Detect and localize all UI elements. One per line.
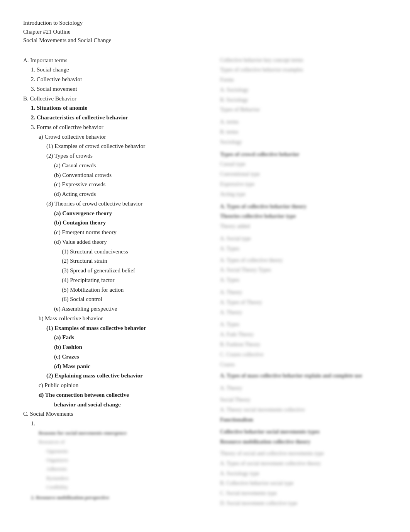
section-B3b1a: (a) Fads: [54, 333, 212, 342]
section-B3a3: (3) Theories of crowd collective behavio…: [46, 199, 212, 209]
right-annotation: A. Social type: [220, 234, 387, 243]
right-annotation: A. Theory: [220, 288, 387, 297]
right-annotation: Theories collective behavior type: [220, 212, 387, 221]
right-annotation: A. Types of Theory: [220, 298, 387, 307]
outline-left: A. Important terms 1. Social change 2. C…: [23, 56, 212, 509]
header-line1: Introduction to Sociology: [23, 19, 387, 27]
right-annotation: A. Types: [220, 244, 387, 253]
section-B3b1c: (c) Crazes: [54, 352, 212, 362]
right-annotation: C. Social movements type: [220, 489, 387, 498]
right-annotation: Forms: [220, 75, 387, 85]
section-B3a: a) Crowd collective behavior: [39, 132, 212, 142]
right-annotation: Acting type: [220, 190, 387, 199]
right-annotation: A. terms: [220, 117, 387, 127]
right-annotation: Expressive type: [220, 180, 387, 189]
right-annotation: A. Theory: [220, 308, 387, 317]
section-B3d: d) The connection between collective: [39, 390, 212, 400]
section-B3a3a: (a) Convergence theory: [54, 209, 212, 218]
right-annotation: A. Theory social movements collective: [220, 405, 387, 415]
section-B3a2c: (c) Expressive crowds: [54, 180, 212, 189]
right-annotation: Collective behavior social movements typ…: [220, 427, 387, 437]
section-B: B. Collective Behavior: [23, 94, 212, 104]
right-annotation: Types of Behavior: [220, 105, 387, 114]
section-B3a2: (2) Types of crowds: [46, 151, 212, 161]
section-B3a3e: (e) Assembling perspective: [54, 304, 212, 314]
section-B3b2: (2) Explaining mass collective behavior: [46, 371, 212, 381]
right-annotation: Types of crowd collective behavior: [220, 150, 387, 159]
section-B3a3d5: (5) Mobilization for action: [62, 285, 212, 295]
right-annotation: Functionalism: [220, 415, 387, 425]
section-A1: 1. Social change: [31, 65, 212, 75]
right-annotation: C. Crazes collective: [220, 350, 387, 359]
page-header: Introduction to Sociology Chapter #21 Ou…: [23, 19, 387, 45]
right-annotation: Theory added: [220, 222, 387, 231]
section-B3b1d: (d) Mass panic: [54, 362, 212, 371]
section-B3a3d2: (2) Structural strain: [62, 256, 212, 266]
section-B3a3d: (d) Value added theory: [54, 237, 212, 247]
right-annotation: B. terms: [220, 127, 387, 137]
section-B3b1b: (b) Fashion: [54, 342, 212, 352]
section-B3a1: (1) Examples of crowd collective behavio…: [46, 141, 212, 151]
right-annotation: Sociology: [220, 138, 387, 147]
section-A: A. Important terms: [23, 56, 212, 65]
header-line3: Social Movements and Social Change: [23, 36, 387, 45]
right-annotation: Social Theory: [220, 395, 387, 405]
right-annotation: A. Types: [220, 320, 387, 329]
right-annotation: A. Types of social movement collective t…: [220, 459, 387, 468]
right-annotation: B. Collective behavior social type: [220, 479, 387, 488]
main-content: A. Important terms 1. Social change 2. C…: [23, 56, 387, 509]
section-B3d-cont: behavior and social change: [54, 400, 212, 410]
section-A3: 3. Social movement: [31, 84, 212, 94]
section-B3a3c: (c) Emergent norms theory: [54, 228, 212, 237]
section-B3a3d6: (6) Social control: [62, 294, 212, 304]
right-annotation: A. Sociology: [220, 85, 387, 95]
right-annotation: B. Sociology: [220, 95, 387, 105]
right-annotation: Crazes: [220, 360, 387, 369]
section-B1: 1. Situations of anomie: [31, 103, 212, 113]
section-A2: 2. Collective behavior: [31, 75, 212, 84]
section-B3b: b) Mass collective behavior: [39, 314, 212, 323]
section-B3b1: (1) Examples of mass collective behavior: [46, 323, 212, 333]
section-B3a2d: (d) Acting crowds: [54, 189, 212, 199]
section-B3: 3. Forms of collective behavior: [31, 122, 212, 132]
section-B3a3d3: (3) Spread of generalized belief: [62, 266, 212, 275]
section-B3a3d1: (1) Structural conduciveness: [62, 247, 212, 257]
section-B3a3b: (b) Contagion theory: [54, 218, 212, 228]
right-annotation: A. Types: [220, 275, 387, 285]
right-annotation: D. Social movement collective type: [220, 499, 387, 508]
right-annotation: A. Fads Theory: [220, 330, 387, 339]
right-annotation: B. Fashion Theory: [220, 340, 387, 349]
right-annotation: Collective behavior key concept terms: [220, 56, 387, 65]
right-annotation: A. Theory: [220, 384, 387, 393]
right-annotation: Theory of social and collective movement…: [220, 449, 387, 458]
section-B3a2b: (b) Conventional crowds: [54, 170, 212, 180]
section-B3a2a: (a) Casual crowds: [54, 161, 212, 170]
right-annotation: Conventional type: [220, 170, 387, 179]
right-annotation: Casual type: [220, 160, 387, 169]
section-B2: 2. Characteristics of collective behavio…: [31, 113, 212, 122]
section-C: C. Social Movements: [23, 409, 212, 419]
right-annotation: A. Types of collective theory: [220, 256, 387, 265]
right-annotation: A. Types of collective behavior theory: [220, 202, 387, 211]
right-annotation: A. Social Theory Types: [220, 265, 387, 275]
outline-right: Collective behavior key concept terms Ty…: [212, 56, 387, 509]
right-annotation: A. Types of mass collective behavior exp…: [220, 371, 387, 381]
header-line2: Chapter #21 Outline: [23, 27, 387, 36]
right-annotation: Types of collective behavior examples: [220, 65, 387, 75]
section-B3a3d4: (4) Precipitating factor: [62, 275, 212, 285]
section-C1: 1.: [31, 419, 212, 428]
section-B3c: c) Public opinion: [39, 381, 212, 390]
right-annotation: A. Sociology type: [220, 469, 387, 478]
right-annotation: Resource mobilization collective theory: [220, 437, 387, 447]
